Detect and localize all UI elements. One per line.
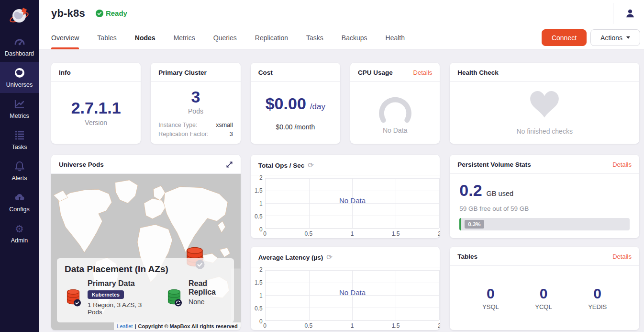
- sidebar-item-label: Configs: [9, 206, 29, 213]
- card-title: CPU Usage: [358, 69, 393, 76]
- leaflet-link[interactable]: Leaflet: [117, 323, 133, 329]
- tabs-bar: Overview Tables Nodes Metrics Queries Re…: [39, 26, 644, 49]
- y-tick: 0.5: [251, 305, 263, 312]
- version-value: 2.7.1.1: [71, 99, 121, 117]
- health-message: No finished checks: [516, 127, 573, 135]
- ysql-count: 0 YSQL: [482, 286, 499, 310]
- x-tick: 1: [351, 230, 354, 237]
- primary-cluster-card: Primary Cluster 3 Pods Instance Type: xs…: [151, 63, 240, 144]
- status-badge: Ready: [96, 9, 127, 17]
- yedis-count-value: 0: [593, 286, 601, 301]
- x-tick: 0.5: [304, 322, 312, 329]
- cpu-details-link[interactable]: Details: [413, 69, 433, 76]
- replication-factor-key: Replication Factor:: [158, 131, 208, 137]
- connect-button[interactable]: Connect: [542, 29, 587, 46]
- overview-content: Info 2.7.1.1 Version Primary Cluster 3 P…: [39, 49, 644, 332]
- cpu-no-data-text: No Data: [383, 126, 407, 134]
- main-panel: yb-k8s Ready Overview Tables Nodes Metri…: [39, 0, 644, 332]
- sidebar-item-dashboard[interactable]: Dashboard: [0, 31, 39, 62]
- world-map[interactable]: Data Placement (In AZs): [51, 174, 241, 330]
- heart-icon: [530, 91, 559, 118]
- sidebar-item-label: Universes: [6, 81, 33, 88]
- data-placement-legend: Data Placement (In AZs): [57, 258, 234, 322]
- sidebar: Dashboard Universes Metrics Tasks Alerts: [0, 0, 39, 332]
- tab-nodes[interactable]: Nodes: [135, 26, 155, 49]
- kubernetes-badge: Kubernetes: [88, 290, 124, 299]
- x-tick: 2: [438, 322, 440, 329]
- yugabyte-logo[interactable]: [0, 0, 39, 31]
- tasks-list-icon: [14, 129, 25, 141]
- primary-data-detail: 1 Region, 3 AZS, 3 Pods: [88, 301, 144, 316]
- disk-usage-fill: [459, 218, 461, 230]
- actions-dropdown-button[interactable]: Actions: [590, 29, 640, 46]
- refresh-icon[interactable]: ⟳: [326, 253, 333, 262]
- read-replica-label: Read Replica: [189, 279, 226, 297]
- pods-label: Pods: [188, 107, 203, 115]
- refresh-icon[interactable]: ⟳: [308, 161, 314, 170]
- tab-overview[interactable]: Overview: [51, 26, 79, 49]
- expand-map-icon[interactable]: [226, 161, 233, 168]
- card-title: Universe Pods: [59, 161, 104, 168]
- primary-data-legend-item: Primary Data Kubernetes 1 Region, 3 AZS,…: [65, 279, 144, 316]
- attribution-text: Copyright © MapBox All rights reserved: [138, 323, 237, 329]
- tab-queries[interactable]: Queries: [213, 26, 237, 49]
- universe-pods-card: Universe Pods: [51, 155, 241, 330]
- sidebar-item-metrics[interactable]: Metrics: [0, 93, 39, 124]
- tab-health[interactable]: Health: [386, 26, 405, 49]
- sidebar-item-label: Admin: [11, 237, 28, 244]
- primary-data-db-icon: [65, 279, 82, 316]
- tab-backups[interactable]: Backups: [342, 26, 367, 49]
- user-profile-icon[interactable]: [625, 8, 635, 19]
- read-replica-db-icon: [166, 279, 183, 316]
- y-tick: 0.5: [251, 213, 263, 220]
- total-ops-chart-card: Total Ops / Sec ⟳ 2 1.5 1 0.5 0 No: [251, 155, 440, 238]
- gb-used-value: 0.2: [459, 182, 482, 199]
- sidebar-item-alerts[interactable]: Alerts: [0, 155, 39, 186]
- attribution-separator: |: [134, 323, 136, 329]
- status-text: Ready: [106, 9, 127, 17]
- replication-factor-value: 3: [230, 131, 233, 137]
- yedis-count: 0 YEDIS: [588, 286, 607, 310]
- version-label: Version: [85, 119, 107, 126]
- ycql-count: 0 YCQL: [535, 286, 552, 310]
- cost-per-day-unit: /day: [310, 102, 325, 112]
- universes-globe-icon: [14, 67, 25, 79]
- health-check-card: Health Check No finished checks: [450, 63, 639, 144]
- x-tick: 0: [263, 230, 266, 237]
- empty-gauge-icon: [373, 92, 417, 124]
- tables-details-link[interactable]: Details: [612, 253, 632, 260]
- sidebar-item-admin[interactable]: ⚙ Admin: [0, 218, 39, 249]
- y-tick: 1.5: [251, 279, 263, 286]
- sidebar-item-label: Metrics: [10, 113, 29, 119]
- ycql-count-label: YCQL: [535, 303, 552, 310]
- tab-replication[interactable]: Replication: [255, 26, 288, 49]
- info-card: Info 2.7.1.1 Version: [51, 63, 141, 144]
- topbar: yb-k8s Ready: [39, 0, 644, 26]
- card-title: Info: [59, 69, 71, 76]
- chevron-down-icon: [626, 36, 630, 39]
- alerts-bell-icon: [14, 160, 25, 172]
- cpu-usage-card: CPU Usage Details No Data: [350, 63, 440, 144]
- tab-tables[interactable]: Tables: [97, 26, 116, 49]
- instance-type-key: Instance Type:: [158, 122, 197, 128]
- metrics-chart-icon: [14, 98, 25, 110]
- card-title: Primary Cluster: [158, 69, 207, 76]
- yedis-count-label: YEDIS: [588, 303, 607, 310]
- sidebar-item-configs[interactable]: Configs: [0, 186, 39, 218]
- cost-per-day-value: $0.00: [266, 95, 306, 113]
- card-title: Persistent Volume Stats: [457, 161, 531, 168]
- ysql-count-label: YSQL: [482, 303, 499, 310]
- tab-tasks[interactable]: Tasks: [306, 26, 323, 49]
- chart-no-data-text: No Data: [339, 288, 366, 296]
- pv-details-link[interactable]: Details: [612, 161, 632, 168]
- x-tick: 1.5: [392, 322, 400, 329]
- persistent-volume-stats-card: Persistent Volume Stats Details 0.2 GB u…: [450, 155, 639, 238]
- chart-no-data-text: No Data: [339, 196, 366, 204]
- tab-metrics[interactable]: Metrics: [174, 26, 195, 49]
- sidebar-item-tasks[interactable]: Tasks: [0, 124, 39, 155]
- card-title: Tables: [457, 253, 477, 260]
- sidebar-item-universes[interactable]: Universes: [0, 62, 39, 93]
- actions-button-label: Actions: [600, 34, 622, 42]
- x-tick: 0: [263, 322, 266, 329]
- user-area: [613, 0, 635, 26]
